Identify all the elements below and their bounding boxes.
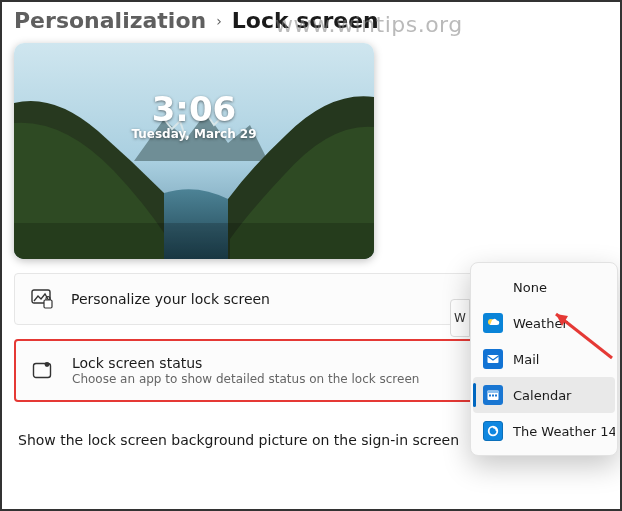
- preview-date: Tuesday, March 29: [14, 127, 374, 141]
- svg-rect-7: [488, 355, 499, 363]
- preview-time: 3:06: [14, 89, 374, 129]
- svg-rect-10: [489, 395, 491, 397]
- chevron-right-icon: ›: [216, 13, 222, 29]
- svg-rect-12: [495, 395, 497, 397]
- flyout-item-label: None: [513, 280, 547, 295]
- svg-point-5: [45, 362, 50, 367]
- breadcrumb-parent[interactable]: Personalization: [14, 8, 206, 33]
- flyout-item-weather[interactable]: Weather: [473, 305, 615, 341]
- watermark-text: www.wintips.org: [275, 12, 463, 37]
- status-app-selector-peek[interactable]: W: [450, 299, 470, 337]
- svg-rect-9: [488, 391, 499, 394]
- flyout-item-label: Weather: [513, 316, 568, 331]
- flyout-item-weather14[interactable]: The Weather 14 day: [473, 413, 615, 449]
- status-frame-icon: [32, 360, 54, 382]
- weather14-icon: [483, 421, 503, 441]
- blank-icon: [483, 277, 503, 297]
- svg-rect-1: [14, 223, 374, 259]
- flyout-item-mail[interactable]: Mail: [473, 341, 615, 377]
- calendar-icon: [483, 385, 503, 405]
- lockscreen-preview: 3:06 Tuesday, March 29: [14, 43, 374, 259]
- flyout-item-label: Calendar: [513, 388, 571, 403]
- flyout-item-none[interactable]: None: [473, 269, 615, 305]
- svg-rect-11: [492, 395, 494, 397]
- picture-lock-icon: [31, 288, 53, 310]
- flyout-item-label: The Weather 14 day: [513, 424, 615, 439]
- signin-background-label: Show the lock screen background picture …: [18, 432, 500, 448]
- svg-rect-3: [44, 300, 52, 308]
- flyout-item-label: Mail: [513, 352, 539, 367]
- weather-icon: [483, 313, 503, 333]
- mail-icon: [483, 349, 503, 369]
- status-app-flyout[interactable]: None Weather Mail Calendar The Weather 1…: [470, 262, 618, 456]
- flyout-item-calendar[interactable]: Calendar: [473, 377, 615, 413]
